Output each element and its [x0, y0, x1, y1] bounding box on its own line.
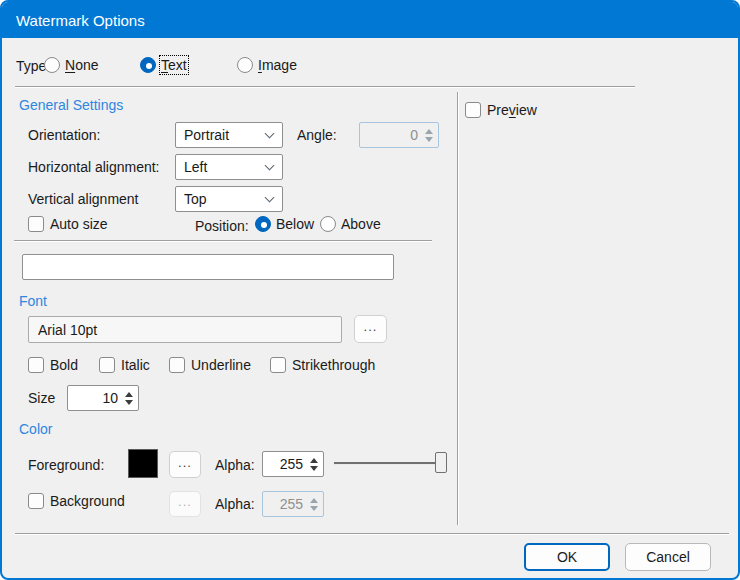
preview-checkbox[interactable]: Preview: [465, 102, 537, 118]
type-none-radio[interactable]: None: [44, 57, 98, 73]
italic-checkbox[interactable]: Italic: [99, 357, 150, 373]
underline-label: Underline: [191, 357, 251, 373]
foreground-alpha-spinner[interactable]: 255: [262, 451, 324, 477]
orientation-value: Portrait: [184, 127, 229, 143]
general-separator: [14, 240, 432, 242]
type-image-label: Image: [258, 57, 297, 73]
radio-circle: [140, 57, 156, 73]
ellipsis-icon: ...: [364, 320, 378, 333]
type-text-radio[interactable]: Text: [140, 57, 187, 73]
color-header: Color: [19, 421, 52, 437]
type-text-label: Text: [161, 57, 187, 73]
radio-circle: [237, 57, 253, 73]
cancel-button-label: Cancel: [646, 549, 690, 565]
orientation-label: Orientation:: [28, 127, 100, 144]
foreground-label: Foreground:: [28, 457, 104, 474]
type-image-radio[interactable]: Image: [237, 57, 297, 73]
bold-label: Bold: [50, 357, 78, 373]
checkbox-box: [465, 102, 481, 118]
checkbox-box: [28, 216, 44, 232]
vertical-alignment-label: Vertical alignment: [28, 191, 139, 208]
background-label: Background: [50, 493, 125, 509]
ok-button[interactable]: OK: [524, 543, 610, 571]
size-label: Size: [28, 390, 55, 407]
auto-size-label: Auto size: [50, 216, 108, 232]
radio-circle: [255, 216, 271, 232]
dialog-title: Watermark Options: [16, 12, 145, 29]
underline-checkbox[interactable]: Underline: [169, 357, 251, 373]
foreground-color-browse-button[interactable]: ...: [169, 451, 201, 478]
radio-circle: [320, 216, 336, 232]
ellipsis-icon: ...: [178, 495, 192, 508]
panel-divider: [457, 92, 459, 525]
font-browse-button[interactable]: ...: [354, 315, 387, 343]
position-below-radio[interactable]: Below: [255, 216, 314, 232]
titlebar[interactable]: Watermark Options: [2, 2, 738, 38]
vertical-alignment-select[interactable]: Top: [175, 186, 283, 212]
position-below-label: Below: [276, 216, 314, 232]
foreground-alpha-label: Alpha:: [215, 457, 255, 474]
type-separator: [15, 86, 635, 88]
spinner-arrows-icon: [308, 492, 320, 516]
strikethrough-checkbox[interactable]: Strikethrough: [270, 357, 375, 373]
size-spinner[interactable]: 10: [67, 385, 139, 411]
background-alpha-spinner: 255: [262, 491, 324, 517]
orientation-select[interactable]: Portrait: [175, 122, 283, 148]
background-color-browse-button: ...: [169, 491, 201, 517]
alpha-slider-thumb[interactable]: [435, 452, 447, 473]
cancel-button[interactable]: Cancel: [625, 543, 711, 571]
checkbox-box: [270, 357, 286, 373]
spinner-arrows-icon: [423, 123, 435, 147]
position-label: Position:: [195, 218, 249, 235]
watermark-text-input[interactable]: [22, 254, 394, 280]
checkbox-box: [28, 493, 44, 509]
spinner-arrows-icon[interactable]: [123, 386, 135, 410]
foreground-alpha-value: 255: [280, 456, 303, 472]
angle-label: Angle:: [297, 127, 337, 144]
footer-separator: [15, 533, 729, 535]
horizontal-alignment-select[interactable]: Left: [175, 154, 283, 180]
chevron-down-icon: [265, 129, 275, 139]
preview-label: Preview: [487, 102, 537, 118]
angle-value: 0: [410, 127, 418, 143]
checkbox-box: [28, 357, 44, 373]
alpha-slider-track[interactable]: [334, 462, 447, 465]
foreground-color-swatch: [128, 449, 158, 478]
font-display-field: Arial 10pt: [28, 316, 342, 343]
checkbox-box: [99, 357, 115, 373]
background-checkbox[interactable]: Background: [28, 493, 125, 509]
vertical-alignment-value: Top: [184, 191, 207, 207]
horizontal-alignment-label: Horizontal alignment:: [28, 159, 160, 176]
position-above-label: Above: [341, 216, 381, 232]
horizontal-alignment-value: Left: [184, 159, 207, 175]
ellipsis-icon: ...: [178, 456, 192, 469]
background-alpha-value: 255: [280, 496, 303, 512]
auto-size-checkbox[interactable]: Auto size: [28, 216, 108, 232]
font-header: Font: [19, 293, 47, 309]
chevron-down-icon: [265, 161, 275, 171]
chevron-down-icon: [265, 193, 275, 203]
bold-checkbox[interactable]: Bold: [28, 357, 78, 373]
background-alpha-label: Alpha:: [215, 496, 255, 513]
watermark-options-dialog: Watermark Options Type: None Text Image …: [0, 0, 740, 580]
font-value: Arial 10pt: [38, 322, 97, 338]
size-value: 10: [102, 390, 118, 406]
angle-spinner: 0: [359, 122, 439, 148]
general-settings-header: General Settings: [19, 97, 123, 113]
spinner-arrows-icon[interactable]: [308, 452, 320, 476]
checkbox-box: [169, 357, 185, 373]
strikethrough-label: Strikethrough: [292, 357, 375, 373]
ok-button-label: OK: [557, 549, 577, 565]
italic-label: Italic: [121, 357, 150, 373]
radio-circle: [44, 57, 60, 73]
type-none-label: None: [65, 57, 98, 73]
position-above-radio[interactable]: Above: [320, 216, 381, 232]
